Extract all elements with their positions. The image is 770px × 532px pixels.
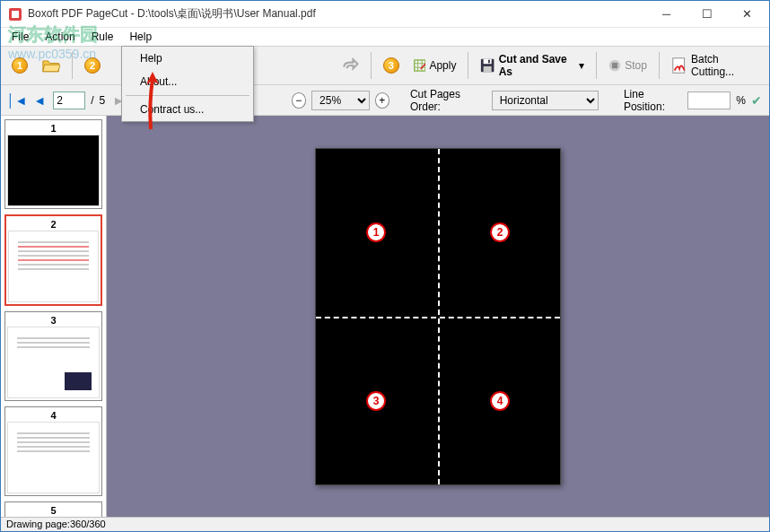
separator	[72, 52, 73, 79]
separator	[659, 52, 660, 79]
thumb-image	[7, 135, 100, 206]
first-page-button[interactable]: │◄	[8, 92, 26, 109]
zoom-select[interactable]: 25%	[311, 91, 369, 110]
thumb-image	[7, 327, 100, 398]
dropdown-about[interactable]: About...	[122, 70, 253, 93]
svg-rect-11	[484, 66, 492, 72]
order-label: Cut Pages Order:	[410, 88, 486, 113]
separator	[371, 52, 372, 79]
thumb-image	[8, 231, 99, 302]
canvas-area[interactable]: 1 2 3 4	[107, 116, 769, 517]
stop-button[interactable]: Stop	[603, 49, 652, 82]
redo-button[interactable]	[336, 49, 364, 82]
page-sep: /	[91, 94, 93, 107]
thumb-label: 2	[8, 218, 99, 231]
open-button[interactable]	[37, 49, 66, 82]
status-bar: Drawing page:360/360	[1, 517, 769, 532]
close-button[interactable]: ✕	[727, 1, 767, 27]
dropdown-arrow-icon: ▾	[579, 59, 584, 72]
step3-badge: 3	[378, 49, 405, 82]
thumbnail-2[interactable]: 2	[4, 214, 102, 306]
nav-toolbar: │◄ ◄ / 5 ► ►│ − 25% + Cut Pages Order: H…	[1, 85, 769, 116]
cut-save-label: Cut and Save As	[499, 53, 575, 78]
status-text: Drawing page:360/360	[6, 519, 106, 529]
menu-file[interactable]: File	[4, 29, 36, 45]
confirm-icon[interactable]: ✔	[751, 93, 762, 108]
thumbnail-1[interactable]: 1	[4, 119, 102, 209]
svg-rect-10	[484, 59, 492, 64]
svg-rect-12	[488, 60, 490, 64]
thumbnail-3[interactable]: 3	[4, 311, 102, 401]
thumb-image	[7, 422, 100, 493]
svg-rect-15	[673, 58, 685, 73]
main-toolbar: 1 2 3 Apply Cut and Save As ▾ Stop Batch…	[1, 46, 769, 85]
linepos-input[interactable]	[687, 92, 731, 109]
apply-label: Apply	[429, 59, 456, 72]
page-input[interactable]	[53, 92, 85, 109]
quadrant-marker-2: 2	[490, 222, 510, 242]
step1-badge: 1	[6, 49, 33, 82]
thumb-label: 5	[7, 504, 100, 517]
main-area: 1 2 3 4 5	[1, 116, 769, 517]
thumbnail-4[interactable]: 4	[4, 406, 102, 496]
folder-icon	[42, 57, 60, 74]
pdf-icon	[671, 57, 687, 74]
stop-icon	[608, 57, 621, 74]
thumb-label: 3	[7, 314, 100, 327]
batch-button[interactable]: Batch Cutting...	[666, 49, 764, 82]
menu-rule[interactable]: Rule	[84, 29, 121, 45]
zoom-in-button[interactable]: +	[375, 92, 390, 109]
svg-rect-1	[12, 11, 19, 18]
app-icon	[8, 7, 22, 22]
minimize-button[interactable]: ─	[646, 1, 687, 27]
save-icon	[480, 57, 494, 74]
apply-button[interactable]: Apply	[408, 49, 462, 82]
thumbnail-panel[interactable]: 1 2 3 4 5	[1, 116, 107, 517]
separator	[596, 52, 597, 79]
help-dropdown: Help About... Contract us...	[121, 46, 254, 122]
prev-page-button[interactable]: ◄	[31, 92, 48, 109]
menu-action[interactable]: Action	[38, 29, 82, 45]
order-select[interactable]: Horizontal	[492, 91, 599, 110]
linepos-label: Line Position:	[624, 88, 682, 113]
menu-help[interactable]: Help	[122, 29, 159, 45]
horizontal-cut-line[interactable]	[316, 317, 560, 318]
maximize-button[interactable]: ☐	[687, 1, 727, 27]
quadrant-marker-3: 3	[366, 391, 386, 411]
batch-label: Batch Cutting...	[691, 53, 758, 78]
step2-badge: 2	[79, 49, 106, 82]
dropdown-separator	[126, 95, 249, 96]
separator	[468, 52, 468, 79]
stop-label: Stop	[625, 59, 647, 72]
dropdown-help[interactable]: Help	[122, 47, 253, 70]
page-preview[interactable]: 1 2 3 4	[315, 148, 561, 485]
menu-bar: File Action Rule Help	[1, 28, 769, 46]
quadrant-marker-4: 4	[490, 391, 510, 411]
page-total: 5	[100, 94, 106, 107]
thumbnail-5[interactable]: 5	[4, 501, 102, 517]
redo-icon	[341, 57, 359, 74]
title-bar: Boxoft PDF PageCut - D:\tools\桌面\说明书\Use…	[1, 1, 769, 28]
zoom-out-button[interactable]: −	[292, 92, 307, 109]
window-buttons: ─ ☐ ✕	[646, 1, 767, 27]
svg-rect-14	[612, 63, 617, 68]
dropdown-contract[interactable]: Contract us...	[122, 98, 253, 121]
cut-save-button[interactable]: Cut and Save As ▾	[475, 49, 590, 82]
grid-icon	[414, 57, 426, 74]
window-title: Boxoft PDF PageCut - D:\tools\桌面\说明书\Use…	[28, 6, 646, 22]
thumb-label: 1	[7, 122, 100, 135]
thumb-label: 4	[7, 409, 100, 422]
quadrant-marker-1: 1	[366, 222, 386, 242]
pct-label: %	[736, 94, 746, 107]
